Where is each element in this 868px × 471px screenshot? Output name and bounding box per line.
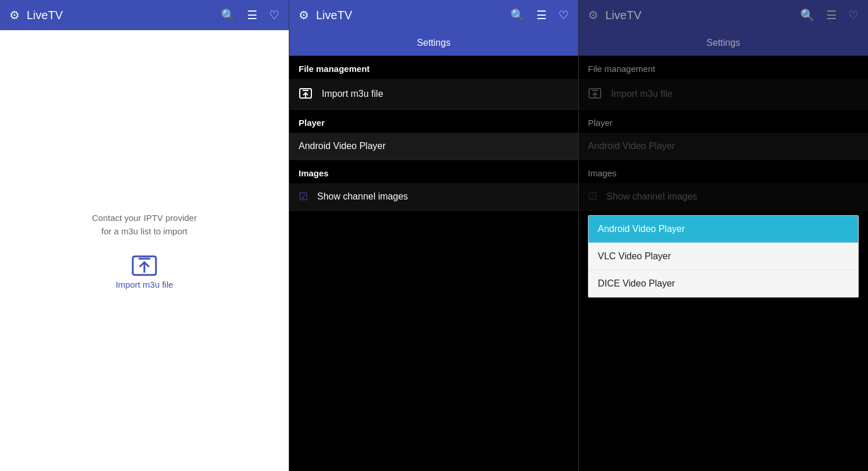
list-icon[interactable]: ☰ <box>247 8 257 22</box>
main-content: Contact your IPTV provider for a m3u lis… <box>0 30 289 471</box>
player-dropdown[interactable]: Android Video Player VLC Video Player DI… <box>588 215 859 298</box>
settings-content-right: File management Import m3u file Player A… <box>579 56 868 471</box>
dropdown-option-dice[interactable]: DICE Video Player <box>589 270 858 297</box>
import-m3u-row-right: Import m3u file <box>579 79 868 110</box>
settings-bar-right: Settings <box>579 30 868 56</box>
checkbox-icon-right: ☑ <box>588 190 597 203</box>
player-text: Android Video Player <box>299 141 386 151</box>
import-label[interactable]: Import m3u file <box>115 280 173 289</box>
gear-icon: ⚙ <box>9 8 20 22</box>
panel-left: ⚙ LiveTV 🔍 ☰ ♡ Contact your IPTV provide… <box>0 0 289 471</box>
topbar-actions-middle: 🔍 ☰ ♡ <box>510 8 569 22</box>
settings-label-middle: Settings <box>417 38 451 48</box>
heart-icon[interactable]: ♡ <box>269 8 279 22</box>
section-title-images: Images <box>299 168 329 178</box>
settings-bar-middle: Settings <box>289 30 578 56</box>
settings-content-middle: File management Import m3u file Player A… <box>289 56 578 471</box>
section-title-player-right: Player <box>588 118 613 128</box>
player-row[interactable]: Android Video Player <box>289 133 578 160</box>
show-channel-images-row[interactable]: ☑ Show channel images <box>289 183 578 211</box>
section-title-file: File management <box>299 64 370 74</box>
heart-icon-middle[interactable]: ♡ <box>558 8 569 22</box>
app-title-left: LiveTV <box>27 9 221 22</box>
import-m3u-text-right: Import m3u file <box>611 89 673 99</box>
player-text-right: Android Video Player <box>588 141 675 151</box>
dropdown-option-android[interactable]: Android Video Player <box>589 216 858 243</box>
section-file-management-right: File management <box>579 56 868 79</box>
topbar-left: ⚙ LiveTV 🔍 ☰ ♡ <box>0 0 289 30</box>
import-m3u-text: Import m3u file <box>322 89 383 99</box>
dropdown-option-vlc[interactable]: VLC Video Player <box>589 243 858 270</box>
topbar-actions-left: 🔍 ☰ ♡ <box>221 8 279 22</box>
section-player-right: Player <box>579 110 868 133</box>
section-images-right: Images <box>579 160 868 183</box>
section-images: Images <box>289 160 578 183</box>
gear-icon-right: ⚙ <box>588 8 598 22</box>
import-button[interactable]: Import m3u file <box>115 252 173 289</box>
panel-right: ⚙ LiveTV 🔍 ☰ ♡ Settings File management … <box>579 0 868 471</box>
upload-icon <box>130 252 158 280</box>
search-icon-middle[interactable]: 🔍 <box>510 8 525 22</box>
topbar-middle: ⚙ LiveTV 🔍 ☰ ♡ <box>289 0 578 30</box>
settings-label-right: Settings <box>707 38 740 48</box>
checkbox-label: Show channel images <box>317 191 408 202</box>
section-title-file-right: File management <box>588 64 655 74</box>
iptv-message: Contact your IPTV provider for a m3u lis… <box>92 212 197 238</box>
search-icon-right: 🔍 <box>800 8 815 22</box>
checkbox-icon: ☑ <box>299 190 308 203</box>
section-file-management: File management <box>289 56 578 79</box>
gear-icon-middle: ⚙ <box>299 8 309 22</box>
app-title-middle: LiveTV <box>316 9 510 22</box>
section-title-player: Player <box>299 118 325 128</box>
section-title-images-right: Images <box>588 168 616 178</box>
upload-icon-settings <box>299 87 313 101</box>
show-channel-images-row-right: ☑ Show channel images <box>579 183 868 211</box>
panel-middle: ⚙ LiveTV 🔍 ☰ ♡ Settings File management … <box>289 0 579 471</box>
checkbox-label-right: Show channel images <box>606 191 698 202</box>
import-m3u-row[interactable]: Import m3u file <box>289 79 578 110</box>
heart-icon-right: ♡ <box>848 8 859 22</box>
list-icon-middle[interactable]: ☰ <box>536 8 547 22</box>
list-icon-right: ☰ <box>826 8 837 22</box>
topbar-actions-right: 🔍 ☰ ♡ <box>800 8 859 22</box>
app-title-right: LiveTV <box>605 9 800 22</box>
section-player: Player <box>289 110 578 133</box>
upload-icon-settings-right <box>588 87 602 101</box>
player-row-right: Android Video Player <box>579 133 868 160</box>
topbar-right: ⚙ LiveTV 🔍 ☰ ♡ <box>579 0 868 30</box>
search-icon[interactable]: 🔍 <box>221 8 235 22</box>
